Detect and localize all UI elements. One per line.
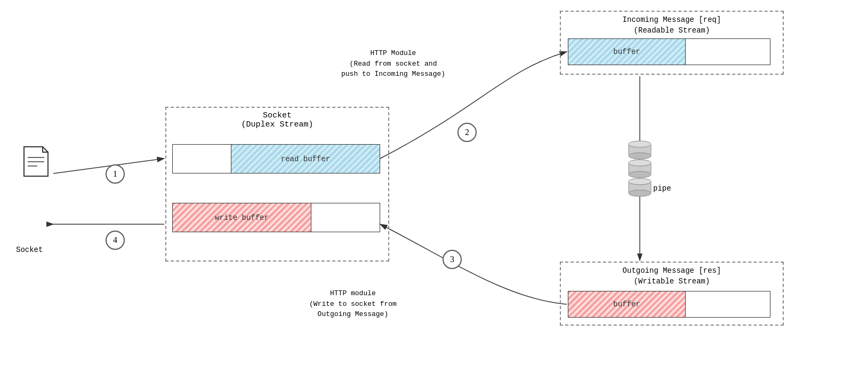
read-buffer-filled: read buffer — [231, 145, 380, 173]
incoming-title: Incoming Message [req] (Readable Stream) — [560, 11, 784, 36]
incoming-buffer-filled: buffer — [568, 39, 686, 65]
circle-4: 4 — [106, 231, 125, 250]
duplex-title: Socket (Duplex Stream) — [165, 107, 389, 129]
socket-icon — [21, 144, 51, 181]
outgoing-buffer-filled: buffer — [568, 291, 686, 317]
outgoing-title: Outgoing Message [res] (Writable Stream) — [560, 262, 784, 287]
http-annotation-bottom: HTTP module (Write to socket from Outgoi… — [309, 288, 397, 320]
incoming-buffer-empty — [686, 39, 770, 65]
read-buffer-empty — [173, 145, 231, 173]
svg-point-12 — [629, 178, 651, 185]
svg-rect-11 — [629, 181, 651, 193]
write-buffer-empty — [311, 203, 380, 232]
svg-point-6 — [629, 141, 651, 147]
incoming-buffer-container: buffer — [568, 38, 770, 65]
write-buffer-container: write buffer — [172, 203, 380, 232]
outgoing-buffer-container: buffer — [568, 291, 770, 318]
socket-label: Socket — [16, 246, 43, 254]
http-annotation-top: HTTP Module (Read from socket and push t… — [341, 48, 445, 80]
svg-rect-8 — [629, 163, 651, 175]
pipe-label: pipe — [653, 184, 671, 193]
svg-point-7 — [629, 153, 651, 159]
duplex-box — [165, 107, 389, 262]
circle-3: 3 — [443, 250, 462, 269]
outgoing-buffer-empty — [686, 291, 770, 317]
read-buffer-container: read buffer — [172, 144, 380, 173]
circle-1: 1 — [106, 164, 125, 184]
svg-rect-5 — [629, 144, 651, 156]
diagram: Socket 1 4 2 3 Socket (Duplex Stream) re… — [0, 0, 868, 379]
svg-point-10 — [629, 171, 651, 178]
write-buffer-filled: write buffer — [173, 203, 311, 232]
svg-point-13 — [629, 190, 651, 196]
circle-2: 2 — [457, 123, 477, 142]
svg-point-9 — [629, 160, 651, 166]
